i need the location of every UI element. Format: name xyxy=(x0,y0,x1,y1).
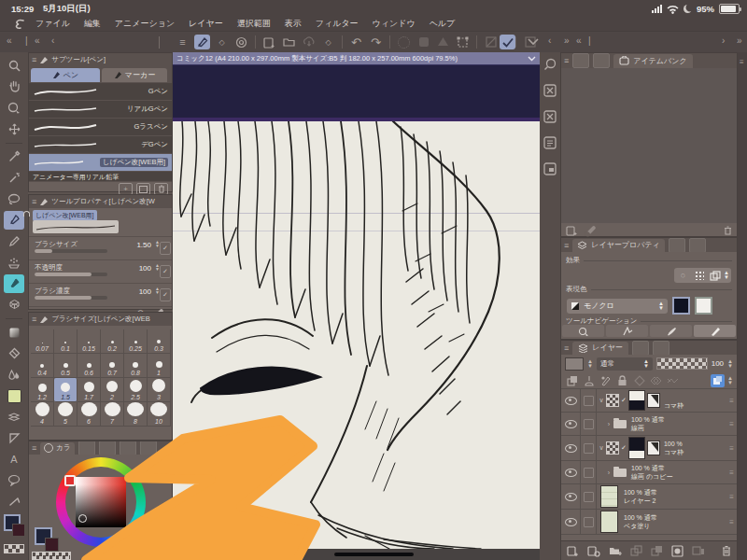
enable-mask-icon[interactable] xyxy=(649,374,663,387)
move-tool-icon[interactable] xyxy=(4,119,24,139)
size-cell[interactable]: 2 xyxy=(101,378,124,402)
row-menu-icon[interactable]: ≡ xyxy=(729,397,734,405)
size-cell[interactable]: 0.5 xyxy=(54,354,78,378)
new-layer-icon[interactable] xyxy=(567,545,579,557)
brush-item-degpen[interactable]: デGペン xyxy=(29,136,172,154)
draft-layer-icon[interactable] xyxy=(599,374,613,387)
add-item-icon[interactable] xyxy=(566,225,578,236)
tab-layer-property[interactable]: レイヤープロパティ xyxy=(572,239,665,252)
deselect-icon[interactable] xyxy=(416,35,431,49)
right-collapse2-icon[interactable]: « xyxy=(576,35,582,46)
visibility-toggle[interactable] xyxy=(561,436,581,460)
size-cell[interactable]: 0.3 xyxy=(148,329,171,354)
right-divider-handle[interactable]: | xyxy=(588,35,591,46)
layer-row-frame-1[interactable]: ∨ ✓ コマ枠 ≡ xyxy=(561,389,737,413)
zoom-tool-icon[interactable] xyxy=(4,56,24,76)
collapse-caret-icon[interactable]: ∨ xyxy=(597,397,606,404)
lock-transparent-icon[interactable] xyxy=(632,374,646,387)
confirm-check-icon[interactable] xyxy=(500,35,515,49)
fill-color-swatch[interactable] xyxy=(4,386,24,406)
save-icon[interactable] xyxy=(301,35,317,49)
size-cell[interactable]: 4 xyxy=(31,402,54,427)
nav-brush-icon[interactable] xyxy=(650,325,692,337)
collapse-left2-icon[interactable]: « xyxy=(35,35,40,46)
new-folder-icon[interactable] xyxy=(609,545,622,556)
select-checkbox[interactable] xyxy=(581,389,597,412)
eyedropper-tool-icon[interactable] xyxy=(4,147,24,167)
select-checkbox[interactable] xyxy=(581,510,597,534)
rotate-canvas-icon[interactable] xyxy=(4,98,24,118)
open-file-icon[interactable] xyxy=(281,35,297,49)
size-cell[interactable]: 0.1 xyxy=(54,329,78,354)
decoration-tool-icon[interactable] xyxy=(4,274,24,294)
nav-select-icon[interactable] xyxy=(606,325,648,337)
menu-view[interactable]: 表示 xyxy=(285,18,302,30)
tab-animation-icon[interactable] xyxy=(669,238,685,252)
tab-pen[interactable]: ペン xyxy=(31,68,100,82)
expand-caret-icon[interactable]: › xyxy=(604,421,613,427)
row-menu-icon[interactable]: ≡ xyxy=(729,469,734,477)
layer-row-beta[interactable]: 100 % 通常 ベタ塗り ≡ xyxy=(561,510,737,535)
layer-mask-icon[interactable] xyxy=(671,545,684,557)
menu-filter[interactable]: フィルター xyxy=(316,18,359,30)
tab-timeline-icon[interactable] xyxy=(653,341,669,355)
material-papers-icon[interactable] xyxy=(4,407,24,427)
right-collapse-icon[interactable]: ‹ xyxy=(548,35,551,46)
layer-panel-header[interactable]: ≡ レイヤー xyxy=(561,341,737,355)
prop-value[interactable]: 100 xyxy=(139,287,151,296)
new-layer-settings-icon[interactable] xyxy=(587,545,600,557)
clear-layer2-icon[interactable] xyxy=(543,110,557,123)
panel-menu-icon[interactable]: ≡ xyxy=(32,315,36,324)
size-cell[interactable]: 1.7 xyxy=(78,378,101,402)
extract-line-icon[interactable] xyxy=(708,269,722,282)
brush-item-animator-pencil[interactable]: アニメーター専用リアル鉛筆 xyxy=(29,172,172,182)
figure-mesh-tool-icon[interactable] xyxy=(4,295,24,315)
frame-border-tool-icon[interactable] xyxy=(4,428,24,448)
subtool-header[interactable]: ≡ サブツール[ペン] xyxy=(29,53,172,66)
size-cell[interactable]: 1 xyxy=(148,354,171,378)
panel-menu-icon[interactable]: ≡ xyxy=(32,443,36,453)
redo-icon[interactable]: ↷ xyxy=(368,35,384,49)
mode-stepper-icon[interactable]: ▲▼ xyxy=(658,301,664,311)
search-layer-icon[interactable] xyxy=(543,58,557,71)
item-settings-icon[interactable] xyxy=(585,225,596,235)
menu-animation[interactable]: アニメーション xyxy=(115,18,175,30)
brush-item-gpen[interactable]: Gペン xyxy=(29,83,172,101)
tool-stepper-icon[interactable]: ◇ xyxy=(214,35,230,49)
pen-tool-icon[interactable] xyxy=(4,211,24,231)
line-correction-tool-icon[interactable] xyxy=(4,492,24,511)
mask-thumbnail[interactable] xyxy=(647,441,660,455)
main-color-swatches[interactable] xyxy=(4,513,24,538)
item-bank-content[interactable] xyxy=(561,68,737,223)
expression-color-select[interactable]: モノクロ ▲▼ xyxy=(567,299,668,314)
size-cell[interactable]: 3 xyxy=(148,378,171,402)
opacity-slider[interactable] xyxy=(35,273,107,276)
panel-menu-icon[interactable]: ≡ xyxy=(32,55,36,64)
menu-layer[interactable]: レイヤー xyxy=(189,18,223,30)
layer-thumbnail[interactable] xyxy=(628,390,645,411)
visibility-toggle[interactable] xyxy=(561,461,581,483)
toolbar-expand-icon[interactable] xyxy=(525,35,541,49)
menu-file[interactable]: ファイル xyxy=(35,18,70,30)
clip-studio-home-icon[interactable] xyxy=(233,35,249,49)
layer-property-header[interactable]: ≡ レイヤープロパティ xyxy=(561,238,737,252)
size-cell[interactable]: 0.07 xyxy=(31,329,54,354)
panel-menu-icon[interactable]: ≡ xyxy=(564,56,569,65)
transparent-color-chip[interactable] xyxy=(4,539,24,558)
tab-material-icon[interactable] xyxy=(572,53,589,68)
undo-icon[interactable]: ↶ xyxy=(348,35,364,49)
tab-download-icon[interactable] xyxy=(593,53,610,68)
airbrush-tool-icon[interactable] xyxy=(4,253,24,273)
background-color-swatch[interactable] xyxy=(45,538,59,552)
tab-layer-search-icon[interactable] xyxy=(632,341,649,355)
delete-layer-icon[interactable] xyxy=(722,545,731,556)
panel-menu-icon[interactable]: ≡ xyxy=(32,197,36,206)
visibility-toggle[interactable] xyxy=(561,510,581,534)
prop-density[interactable]: ブラシ濃度 100 ▲▼ ✓ xyxy=(29,284,172,307)
menu-selection[interactable]: 選択範囲 xyxy=(237,18,271,30)
select-checkbox[interactable] xyxy=(581,461,597,483)
palette-stepper-icon[interactable]: ▲▼ xyxy=(587,359,593,369)
brush-item-gras-pen[interactable]: Gラスペン xyxy=(29,119,172,136)
new-canvas-icon[interactable] xyxy=(261,35,277,49)
brush-size-slider[interactable] xyxy=(35,249,107,253)
